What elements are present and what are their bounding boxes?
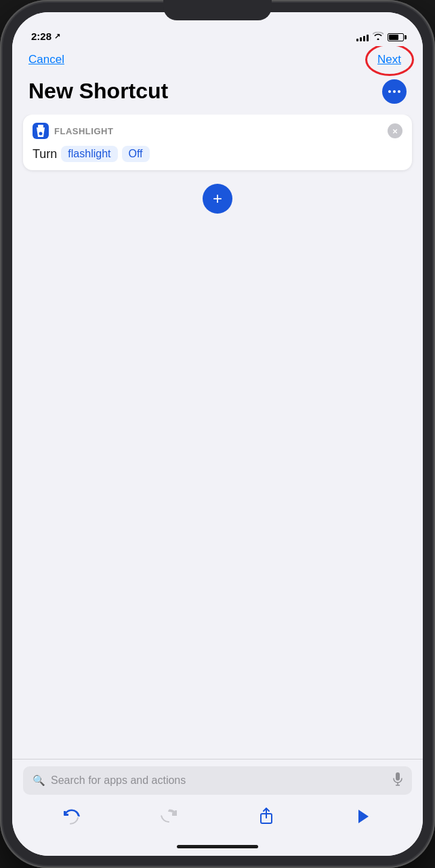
action-category-label: FLASHLIGHT xyxy=(54,126,113,136)
search-icon: 🔍 xyxy=(33,774,45,787)
screen: 2:28 ↗ xyxy=(12,12,423,856)
more-options-button[interactable] xyxy=(382,79,407,104)
param-off-badge[interactable]: Off xyxy=(122,146,150,162)
search-placeholder: Search for apps and actions xyxy=(51,774,388,787)
svg-point-2 xyxy=(39,132,43,136)
close-action-button[interactable]: × xyxy=(388,123,402,138)
forward-button[interactable] xyxy=(154,804,184,829)
signal-icon xyxy=(356,33,369,41)
phone-frame: 2:28 ↗ xyxy=(0,0,435,868)
page-header: New Shortcut xyxy=(12,76,423,115)
battery-icon xyxy=(388,33,404,41)
page-title: New Shortcut xyxy=(28,79,168,104)
play-button[interactable] xyxy=(348,804,378,829)
nav-bar: Cancel Next xyxy=(12,46,423,76)
action-card-header: FLASHLIGHT × xyxy=(33,123,402,139)
time-display: 2:28 xyxy=(31,31,51,42)
home-bar xyxy=(177,845,258,848)
close-icon: × xyxy=(392,127,398,136)
action-title-row: FLASHLIGHT xyxy=(33,123,113,139)
param-turn: Turn xyxy=(33,147,57,161)
status-icons xyxy=(356,32,404,42)
signal-bar-4 xyxy=(367,35,369,41)
action-parameters: Turn flashlight Off xyxy=(33,146,402,162)
more-dot-2 xyxy=(393,90,396,93)
signal-bar-3 xyxy=(363,36,365,41)
signal-bar-2 xyxy=(360,37,362,41)
flashlight-app-icon xyxy=(33,123,49,139)
signal-bar-1 xyxy=(356,39,358,41)
notch xyxy=(163,0,272,20)
plus-icon: + xyxy=(213,191,222,207)
home-indicator xyxy=(12,837,423,856)
svg-rect-3 xyxy=(396,772,400,781)
share-button[interactable] xyxy=(251,804,281,829)
flashlight-action-card: FLASHLIGHT × Turn flashlight Off xyxy=(23,115,412,170)
back-button[interactable] xyxy=(57,804,87,829)
wifi-icon xyxy=(373,32,384,42)
search-bar[interactable]: 🔍 Search for apps and actions xyxy=(23,766,412,795)
add-action-button[interactable]: + xyxy=(203,184,232,214)
location-icon: ↗ xyxy=(54,32,60,41)
content-area: FLASHLIGHT × Turn flashlight Off + xyxy=(12,115,423,759)
next-button[interactable]: Next xyxy=(372,50,407,69)
add-button-wrapper: + xyxy=(23,184,412,214)
svg-marker-7 xyxy=(358,810,369,823)
battery-fill xyxy=(389,35,398,40)
cancel-button[interactable]: Cancel xyxy=(28,50,64,69)
more-dot-3 xyxy=(398,90,400,93)
param-flashlight-badge[interactable]: flashlight xyxy=(61,146,117,162)
more-dot-1 xyxy=(388,90,391,93)
svg-rect-0 xyxy=(38,125,43,127)
mic-icon[interactable] xyxy=(393,772,402,789)
toolbar-actions xyxy=(23,802,412,833)
bottom-toolbar: 🔍 Search for apps and actions xyxy=(12,759,423,837)
status-time: 2:28 ↗ xyxy=(31,31,60,42)
next-button-wrapper: Next xyxy=(372,50,407,69)
